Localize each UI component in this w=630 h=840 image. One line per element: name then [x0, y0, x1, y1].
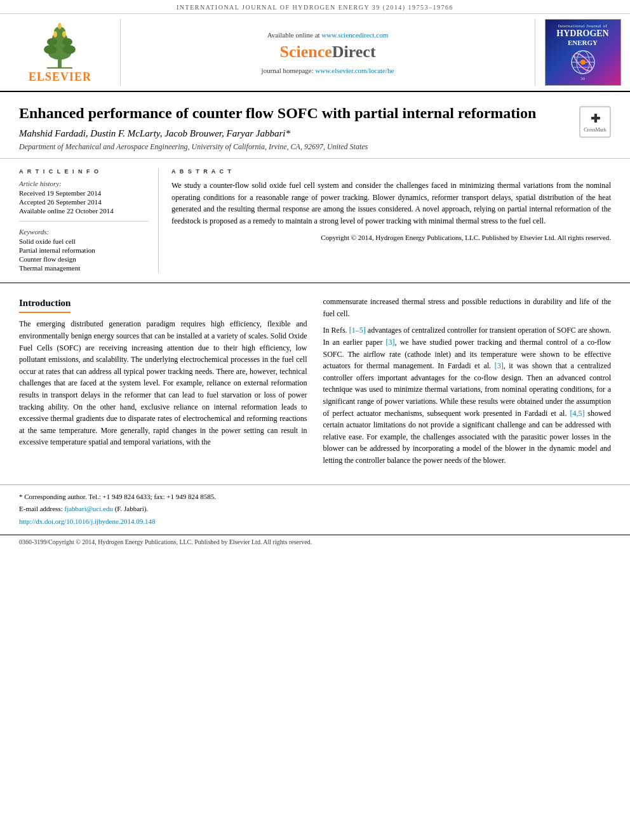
journal-homepage-url[interactable]: www.elsevier.com/locate/he: [316, 67, 394, 74]
intro-right-column: commensurate increased thermal stress an…: [323, 296, 612, 471]
svg-point-7: [63, 45, 76, 54]
elsevier-name: ELSEVIER: [29, 70, 91, 84]
doi-link[interactable]: http://dx.doi.org/10.1016/j.ijhydene.201…: [19, 517, 156, 525]
footer-section: * Corresponding author. Tel.: +1 949 824…: [0, 484, 630, 535]
elsevier-logo-section: ELSEVIER: [6, 19, 121, 86]
paper-title: Enhanced performance of counter flow SOF…: [19, 103, 611, 123]
footer-bottom-text: 0360-3199/Copyright © 2014, Hydrogen Ene…: [19, 538, 312, 545]
available-online-text: Available online at www.sciencedirect.co…: [267, 31, 389, 39]
svg-point-19: [580, 60, 586, 65]
intro-heading: Introduction: [19, 296, 70, 313]
journal-homepage-line: journal homepage: www.elsevier.com/locat…: [262, 67, 394, 74]
email-note: E-mail address: fjabbari@uci.edu (F. Jab…: [19, 503, 611, 514]
journal-cover-section: International Journal of HYDROGEN ENERGY…: [535, 19, 624, 86]
corresponding-author-note: * Corresponding author. Tel.: +1 949 824…: [19, 491, 611, 502]
journal-cover-image: International Journal of HYDROGEN ENERGY…: [545, 19, 621, 86]
author-email[interactable]: fjabbari@uci.edu: [64, 505, 112, 512]
intro-paragraph-2: commensurate increased thermal stress an…: [323, 296, 612, 319]
sciencedirect-url[interactable]: www.sciencedirect.com: [321, 31, 388, 39]
abstract-header: A B S T R A C T: [171, 168, 611, 175]
svg-point-12: [62, 31, 66, 37]
svg-point-11: [58, 23, 62, 29]
abstract-column: A B S T R A C T We study a counter-flow …: [171, 168, 611, 273]
info-separator: [19, 221, 149, 222]
article-info-header: A R T I C L E I N F O: [19, 168, 149, 175]
svg-rect-1: [47, 67, 72, 69]
crossmark-badge[interactable]: ✚ CrossMark: [579, 106, 611, 138]
intro-paragraph-1: The emerging distributed generation para…: [19, 318, 307, 448]
ref-link-3a[interactable]: [3]: [386, 338, 395, 347]
doi-note: http://dx.doi.org/10.1016/j.ijhydene.201…: [19, 516, 611, 527]
intro-paragraph-3: In Refs. [1–5] advantages of centralized…: [323, 324, 612, 466]
main-content-section: Introduction The emerging distributed ge…: [0, 283, 630, 484]
journal-cover-intl: International Journal of: [556, 23, 608, 29]
received-date: Received 19 September 2014: [19, 189, 149, 197]
title-section: ✚ CrossMark Enhanced performance of coun…: [0, 92, 630, 159]
article-history-label: Article history:: [19, 180, 149, 187]
ref-link-3b[interactable]: [3]: [495, 361, 504, 370]
crossmark-label: CrossMark: [584, 127, 607, 133]
abstract-copyright: Copyright © 2014, Hydrogen Energy Public…: [171, 232, 611, 243]
keyword-4: Thermal management: [19, 264, 149, 272]
abstract-text: We study a counter-flow solid oxide fuel…: [171, 180, 611, 227]
journal-cover-hydrogen: HYDROGEN: [556, 29, 608, 38]
journal-issue-num: 39: [580, 76, 585, 81]
keywords-label: Keywords:: [19, 228, 149, 236]
banner-text: INTERNATIONAL JOURNAL OF HYDROGEN ENERGY…: [177, 4, 453, 11]
footer-bottom-bar: 0360-3199/Copyright © 2014, Hydrogen Ene…: [0, 535, 630, 549]
article-info-abstract-section: A R T I C L E I N F O Article history: R…: [0, 159, 630, 283]
sciencedirect-section: Available online at www.sciencedirect.co…: [121, 19, 535, 86]
intro-left-column: Introduction The emerging distributed ge…: [19, 296, 307, 471]
affiliation: Department of Mechanical and Aerospace E…: [19, 142, 611, 152]
globe-icon: [570, 50, 596, 75]
svg-point-6: [44, 45, 57, 54]
keyword-3: Counter flow design: [19, 255, 149, 263]
crossmark-icon: ✚: [591, 112, 600, 126]
svg-point-8: [47, 38, 57, 46]
authors: Mahshid Fardadi, Dustin F. McLarty, Jaco…: [19, 128, 611, 139]
svg-point-10: [53, 31, 57, 37]
keyword-1: Solid oxide fuel cell: [19, 237, 149, 245]
sciencedirect-logo: ScienceDirect: [279, 43, 375, 62]
svg-point-9: [62, 38, 72, 46]
page-header: ELSEVIER Available online at www.science…: [0, 14, 630, 92]
article-info-column: A R T I C L E I N F O Article history: R…: [19, 168, 159, 273]
available-online-date: Available online 22 October 2014: [19, 207, 149, 215]
ref-link-45[interactable]: [4,5]: [570, 409, 584, 418]
accepted-date: Accepted 26 September 2014: [19, 198, 149, 206]
keyword-2: Partial internal reformation: [19, 246, 149, 254]
elsevier-tree-icon: [31, 22, 88, 69]
journal-cover-energy: ENERGY: [556, 39, 608, 47]
ref-link-1-5[interactable]: [1–5]: [349, 326, 366, 335]
journal-banner: INTERNATIONAL JOURNAL OF HYDROGEN ENERGY…: [0, 0, 630, 14]
